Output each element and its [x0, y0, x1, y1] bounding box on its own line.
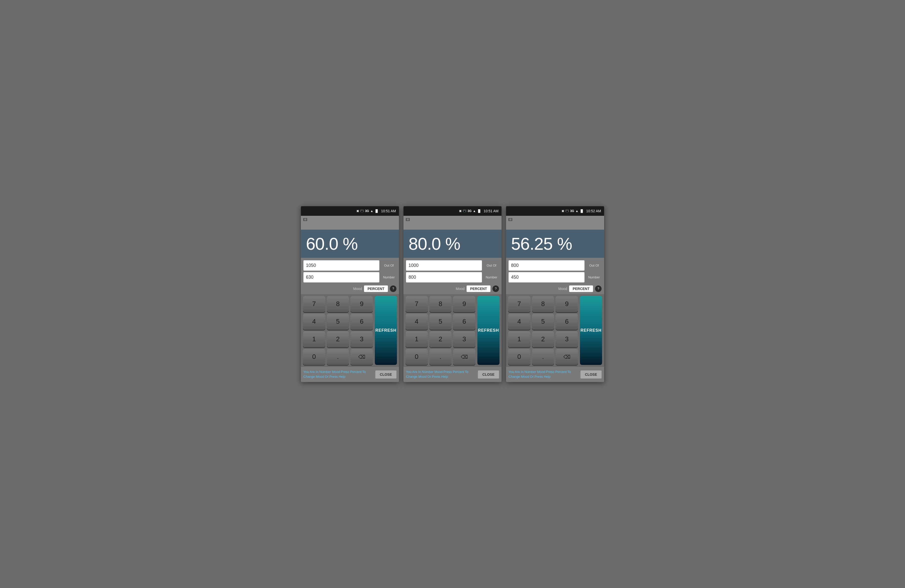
key-3-1[interactable]: 3	[351, 331, 373, 347]
help-button-1[interactable]: ?	[390, 286, 397, 292]
key-1-1[interactable]: 1	[303, 331, 325, 347]
battery-icon-2: ▐▌	[477, 209, 481, 213]
outof-input-2[interactable]	[406, 260, 482, 271]
input-area-1: Out Of Number Mood PERCENT ?	[301, 258, 399, 294]
outof-label-3: Out Of	[586, 264, 602, 267]
outof-input-1[interactable]	[303, 260, 379, 271]
mood-label-3: Mood	[558, 287, 567, 291]
top-gray-bar-2: 🖼	[403, 216, 502, 230]
key-6-3[interactable]: 6	[556, 314, 578, 330]
key-.-2[interactable]: .	[429, 349, 452, 365]
status-time-2: 10:51 AM	[484, 209, 499, 213]
status-icons-2: ▣ 📳 3G ▲ ▐▌ 10:51 AM	[459, 209, 499, 213]
input-area-2: Out Of Number Mood PERCENT ?	[403, 258, 502, 294]
key-3-2[interactable]: 3	[453, 331, 475, 347]
number-input-2[interactable]	[406, 272, 482, 283]
outof-row-1: Out Of	[303, 260, 397, 271]
key-7-1[interactable]: 7	[303, 296, 325, 312]
keyboard-area-3: 7 8 9 4 5 6 1 2 3 0	[506, 294, 604, 367]
status-bar-3: ▣ 📳 3G ▲ ▐▌ 10:52 AM	[506, 206, 604, 216]
mood-row-3: Mood PERCENT ?	[508, 284, 602, 294]
key-8-1[interactable]: 8	[327, 296, 349, 312]
status-time-3: 10:52 AM	[586, 209, 601, 213]
key-backspace-2[interactable]: ⌫	[453, 349, 475, 365]
key-8-3[interactable]: 8	[532, 296, 554, 312]
key-9-3[interactable]: 9	[556, 296, 578, 312]
vibrate-icon-3: 📳	[565, 209, 569, 213]
status-icons-1: ▣ 📳 3G ▲ ▐▌ 10:51 AM	[356, 209, 396, 213]
key-2-2[interactable]: 2	[429, 331, 452, 347]
input-area-3: Out Of Number Mood PERCENT ?	[506, 258, 604, 294]
percent-button-3[interactable]: PERCENT	[569, 286, 593, 292]
key-5-1[interactable]: 5	[327, 314, 349, 330]
battery-icon-3: ▐▌	[580, 209, 584, 213]
mood-label-1: Mood	[353, 287, 362, 291]
phone-screen-2: ▣ 📳 3G ▲ ▐▌ 10:51 AM 🖼 80.0 % Out Of	[403, 206, 502, 382]
outof-label-1: Out Of	[381, 264, 397, 267]
help-button-2[interactable]: ?	[492, 286, 499, 292]
key-6-1[interactable]: 6	[351, 314, 373, 330]
percent-value-2: 80.0 %	[408, 235, 460, 252]
key-8-2[interactable]: 8	[429, 296, 452, 312]
key-7-3[interactable]: 7	[508, 296, 530, 312]
signal-bars-2: ▲	[473, 209, 476, 213]
phone-screen-1: ▣ 📳 3G ▲ ▐▌ 10:51 AM 🖼 60.0 % Out Of	[301, 206, 399, 382]
key-4-3[interactable]: 4	[508, 314, 530, 330]
outof-input-3[interactable]	[508, 260, 584, 271]
phone-screen-3: ▣ 📳 3G ▲ ▐▌ 10:52 AM 🖼 56.25 % Out Of	[506, 206, 604, 382]
key-5-2[interactable]: 5	[429, 314, 452, 330]
signal-3g-2: 3G	[468, 209, 472, 213]
key-.-1[interactable]: .	[327, 349, 349, 365]
close-button-1[interactable]: CLOSE	[375, 370, 397, 378]
photo-icon-1: 🖼	[303, 218, 308, 221]
refresh-button-2[interactable]: REFRESH	[477, 296, 500, 365]
mood-row-2: Mood PERCENT ?	[406, 284, 499, 294]
signal-bars-3: ▲	[575, 209, 578, 213]
key-9-1[interactable]: 9	[351, 296, 373, 312]
notification-icon-1: ▣	[356, 209, 359, 213]
photo-icon-3: 🖼	[508, 218, 513, 221]
percent-button-2[interactable]: PERCENT	[467, 286, 491, 292]
percent-display-1: 60.0 %	[301, 230, 399, 258]
top-gray-bar-3: 🖼	[506, 216, 604, 230]
signal-3g-3: 3G	[570, 209, 574, 213]
key-5-3[interactable]: 5	[532, 314, 554, 330]
number-input-1[interactable]	[303, 272, 379, 283]
number-input-3[interactable]	[508, 272, 584, 283]
key-0-2[interactable]: 0	[405, 349, 428, 365]
key-7-2[interactable]: 7	[405, 296, 428, 312]
keyboard-area-1: 7 8 9 4 5 6 1 2 3 0	[301, 294, 399, 367]
close-button-3[interactable]: CLOSE	[581, 370, 602, 378]
key-9-2[interactable]: 9	[453, 296, 475, 312]
key-4-1[interactable]: 4	[303, 314, 325, 330]
key-0-1[interactable]: 0	[303, 349, 325, 365]
refresh-button-3[interactable]: REFRESH	[580, 296, 602, 365]
status-icons-3: ▣ 📳 3G ▲ ▐▌ 10:52 AM	[562, 209, 601, 213]
key-1-3[interactable]: 1	[508, 331, 530, 347]
signal-bars-1: ▲	[370, 209, 373, 213]
status-bar-1: ▣ 📳 3G ▲ ▐▌ 10:51 AM	[301, 206, 399, 216]
key-1-2[interactable]: 1	[405, 331, 428, 347]
key-2-1[interactable]: 2	[327, 331, 349, 347]
key-0-3[interactable]: 0	[508, 349, 530, 365]
screenshots-container: ▣ 📳 3G ▲ ▐▌ 10:51 AM 🖼 60.0 % Out Of	[301, 206, 604, 382]
key-.-3[interactable]: .	[532, 349, 554, 365]
percent-button-1[interactable]: PERCENT	[364, 286, 388, 292]
close-button-2[interactable]: CLOSE	[478, 370, 499, 378]
outof-label-2: Out Of	[484, 264, 499, 267]
key-3-3[interactable]: 3	[556, 331, 578, 347]
mood-row-1: Mood PERCENT ?	[303, 284, 397, 294]
key-4-2[interactable]: 4	[405, 314, 428, 330]
battery-icon-1: ▐▌	[375, 209, 379, 213]
key-backspace-1[interactable]: ⌫	[351, 349, 373, 365]
key-6-2[interactable]: 6	[453, 314, 475, 330]
key-2-3[interactable]: 2	[532, 331, 554, 347]
number-label-3: Number	[586, 275, 602, 279]
help-button-3[interactable]: ?	[595, 286, 602, 292]
refresh-col-3: REFRESH	[580, 296, 602, 365]
number-row-3: Number	[508, 272, 602, 283]
refresh-button-1[interactable]: REFRESH	[375, 296, 397, 365]
percent-value-3: 56.25 %	[511, 235, 572, 252]
key-backspace-3[interactable]: ⌫	[556, 349, 578, 365]
bottom-bar-2: You Are In Number Mood Press Percent To …	[403, 367, 502, 382]
